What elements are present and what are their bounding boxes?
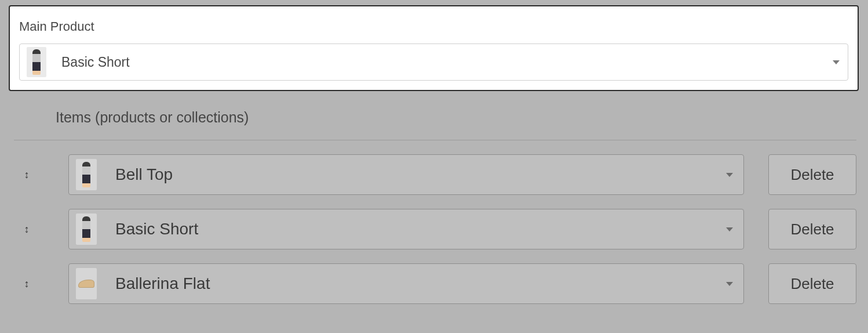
delete-button[interactable]: Delete [768,154,856,195]
drag-vertical-icon: ↕ [24,169,30,181]
delete-button[interactable]: Delete [768,209,856,249]
item-select[interactable]: Basic Short [68,209,744,249]
product-thumbnail [76,213,97,245]
items-section: Items (products or collections) ↕ Bell T… [14,109,856,304]
items-heading: Items (products or collections) [14,109,856,140]
chevron-down-icon [726,227,733,231]
item-name: Bell Top [115,165,726,184]
product-thumbnail [76,159,97,190]
chevron-down-icon [833,60,840,64]
item-row: ↕ Ballerina Flat Delete [14,263,856,304]
drag-vertical-icon: ↕ [24,278,30,290]
drag-handle[interactable]: ↕ [14,223,39,236]
drag-handle[interactable]: ↕ [14,278,39,290]
drag-vertical-icon: ↕ [24,223,30,236]
delete-button[interactable]: Delete [768,263,856,304]
main-product-panel: Main Product Basic Short [9,5,859,91]
item-name: Basic Short [115,220,726,238]
chevron-down-icon [726,282,733,286]
item-row: ↕ Basic Short Delete [14,209,856,249]
product-thumbnail [27,47,46,77]
main-product-label: Main Product [19,19,848,34]
item-row: ↕ Bell Top Delete [14,154,856,195]
drag-handle[interactable]: ↕ [14,169,39,181]
chevron-down-icon [726,173,733,177]
main-product-select[interactable]: Basic Short [19,44,848,81]
item-select[interactable]: Ballerina Flat [68,263,744,304]
item-select[interactable]: Bell Top [68,154,744,195]
main-product-selected-name: Basic Short [61,55,833,70]
product-thumbnail [76,268,97,299]
item-name: Ballerina Flat [115,274,726,293]
